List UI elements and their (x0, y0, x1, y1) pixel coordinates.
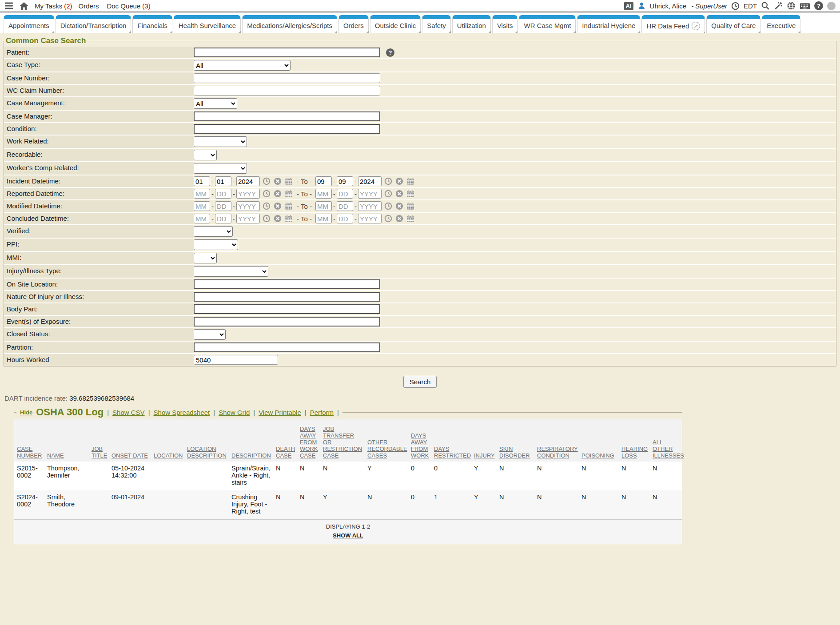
partition-input[interactable] (194, 342, 380, 352)
modified-from-month-input[interactable] (194, 201, 210, 211)
tab-appointments[interactable]: Appointments (4, 15, 54, 33)
column-header-days-away-from-work-case[interactable]: DAYS AWAY FROM WORK CASE (297, 419, 320, 462)
concluded-to-month-input[interactable] (315, 214, 332, 223)
patient-help-icon[interactable]: ? (386, 48, 394, 57)
time-picker-icon[interactable] (263, 202, 271, 210)
external-link-icon[interactable]: ↗ (692, 22, 700, 30)
tab-industrial-hygiene[interactable]: Industrial Hygiene (577, 15, 640, 33)
work-related-select[interactable] (194, 136, 247, 147)
tab-dictation-transcription[interactable]: Dictation/Transcription (56, 15, 131, 33)
ai-badge[interactable]: AI (624, 2, 633, 10)
column-header-death-case[interactable]: DEATH CASE (273, 419, 297, 462)
column-header-case-number[interactable]: CASE NUMBER (14, 419, 44, 462)
column-header-job-title[interactable]: JOB TITLE (89, 419, 109, 462)
reported-to-year-input[interactable] (358, 189, 382, 199)
help-icon[interactable]: ? (814, 1, 823, 10)
reported-to-month-input[interactable] (315, 189, 332, 199)
clock-icon[interactable] (731, 2, 740, 10)
view-printable-link[interactable]: View Printable (259, 409, 301, 416)
time-picker-icon[interactable] (263, 190, 271, 198)
clear-date-icon[interactable] (395, 177, 403, 185)
column-header-poisoning[interactable]: POISONING (579, 419, 619, 462)
concluded-from-year-input[interactable] (236, 214, 260, 223)
column-header-description[interactable]: DESCRIPTION (229, 419, 273, 462)
concluded-from-day-input[interactable] (215, 214, 231, 223)
closed-status-select[interactable] (194, 329, 226, 340)
column-header-hearing-loss[interactable]: HEARING LOSS (619, 419, 650, 462)
time-picker-icon[interactable] (384, 215, 392, 223)
table-row[interactable]: S2024-0002Smith, Theodore09-01-2024Crush… (14, 490, 682, 519)
calendar-icon[interactable] (285, 215, 293, 223)
case-type-select[interactable]: All (194, 60, 291, 71)
tab-safety[interactable]: Safety (422, 15, 451, 33)
column-header-other-recordable-cases[interactable]: OTHER RECORDABLE CASES (365, 419, 408, 462)
case-management-select[interactable]: All (194, 98, 237, 109)
calendar-icon[interactable] (406, 202, 414, 210)
column-header-name[interactable]: NAME (44, 419, 89, 462)
nav-orders[interactable]: Orders (79, 2, 101, 10)
modified-to-year-input[interactable] (358, 201, 382, 211)
on-site-location-input[interactable] (194, 279, 380, 289)
reported-from-month-input[interactable] (194, 189, 210, 199)
column-header-location-description[interactable]: LOCATION DESCRIPTION (184, 419, 229, 462)
time-picker-icon[interactable] (263, 215, 271, 223)
globe-icon[interactable] (787, 1, 796, 10)
incident-from-day-input[interactable] (215, 176, 231, 186)
modified-to-month-input[interactable] (315, 201, 332, 211)
table-row[interactable]: S2015-0002Thompson, Jennifer05-10-2024 1… (14, 462, 682, 490)
case-number-input[interactable] (194, 73, 380, 83)
hamburger-menu-icon[interactable] (4, 2, 13, 10)
user-name[interactable]: Uhrick, Alice (650, 2, 687, 10)
magic-wand-icon[interactable] (774, 1, 783, 10)
clear-date-icon[interactable] (274, 177, 282, 185)
reported-from-year-input[interactable] (236, 189, 260, 199)
calendar-icon[interactable] (285, 177, 293, 185)
column-header-injury[interactable]: INJURY (471, 419, 497, 462)
time-picker-icon[interactable] (384, 190, 392, 198)
tab-wr-case-mgmt[interactable]: WR Case Mgmt (519, 15, 576, 33)
tab-medications-allergies-scripts[interactable]: Medications/Allergies/Scripts (242, 15, 337, 33)
clear-date-icon[interactable] (395, 215, 403, 223)
time-picker-icon[interactable] (384, 202, 392, 210)
perform-link[interactable]: Perform (310, 409, 334, 416)
mmi-select[interactable] (194, 253, 217, 263)
verified-select[interactable] (194, 226, 233, 237)
column-header-days-away-from-work[interactable]: DAYS AWAY FROM WORK (408, 419, 431, 462)
show-all-link[interactable]: SHOW ALL (333, 532, 363, 539)
concluded-to-day-input[interactable] (337, 214, 353, 223)
column-header-all-other-illnesses[interactable]: ALL OTHER ILLNESSES (650, 419, 682, 462)
nav-doc-queue[interactable]: Doc Queue(3) (107, 2, 150, 10)
concluded-to-year-input[interactable] (358, 214, 382, 223)
concluded-from-month-input[interactable] (194, 214, 210, 223)
home-icon[interactable] (20, 2, 28, 10)
tab-outside-clinic[interactable]: Outside Clinic (370, 15, 421, 33)
column-header-onset-date[interactable]: ONSET DATE (109, 419, 151, 462)
recordable-select[interactable] (194, 150, 217, 160)
patient-input[interactable] (194, 48, 380, 57)
show-grid-link[interactable]: Show Grid (219, 409, 250, 416)
column-header-location[interactable]: LOCATION (151, 419, 184, 462)
case-manager-input[interactable] (194, 111, 380, 121)
incident-to-year-input[interactable] (358, 176, 382, 186)
search-icon[interactable] (761, 1, 770, 10)
tab-financials[interactable]: Financials (132, 15, 172, 33)
calendar-icon[interactable] (406, 190, 414, 198)
nav-my-tasks[interactable]: My Tasks(2) (35, 2, 72, 10)
ppi-select[interactable] (194, 239, 238, 250)
reported-to-day-input[interactable] (337, 189, 353, 199)
calendar-icon[interactable] (406, 177, 414, 185)
workers-comp-related-select[interactable] (194, 163, 247, 174)
tab-health-surveillance[interactable]: Health Surveillance (174, 15, 241, 33)
hide-link[interactable]: Hide (20, 409, 32, 416)
calendar-icon[interactable] (285, 190, 293, 198)
incident-from-year-input[interactable] (236, 176, 260, 186)
reported-from-day-input[interactable] (215, 189, 231, 199)
tab-quality-of-care[interactable]: Quality of Care (706, 15, 760, 33)
events-of-exposure-input[interactable] (194, 317, 380, 326)
nature-of-injury-input[interactable] (194, 292, 380, 302)
clear-date-icon[interactable] (274, 190, 282, 198)
calendar-icon[interactable] (285, 202, 293, 210)
modified-from-day-input[interactable] (215, 201, 231, 211)
tab-orders[interactable]: Orders (338, 15, 369, 33)
time-picker-icon[interactable] (263, 177, 271, 185)
